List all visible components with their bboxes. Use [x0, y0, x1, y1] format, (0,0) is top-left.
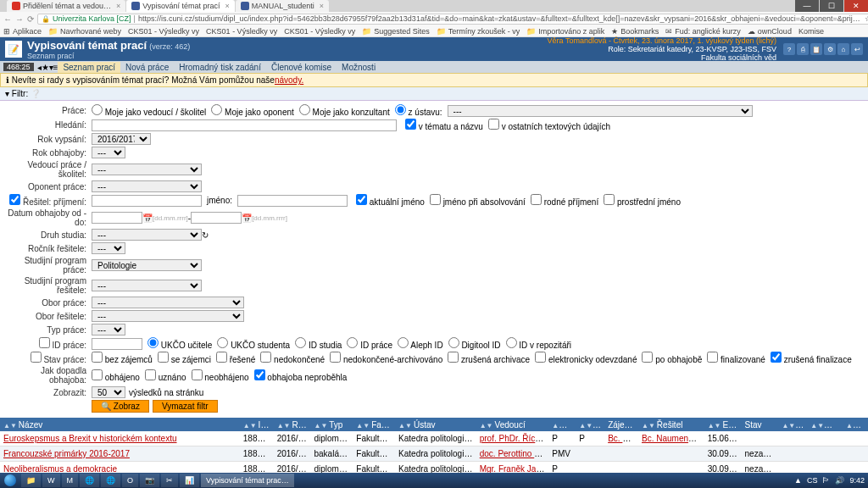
tab-gmail[interactable]: Přidělení témat a vedou…×	[7, 0, 125, 12]
bookmark-item[interactable]: Komise	[798, 27, 824, 36]
header-icons: ?⎙📋⚙⌂↩	[783, 43, 863, 55]
action-icon[interactable]: ⌂	[837, 43, 849, 55]
task-item[interactable]: W	[42, 474, 60, 487]
close-icon[interactable]: ×	[320, 2, 324, 10]
rok-vypsani-select[interactable]: 2016/2017	[92, 133, 151, 145]
task-item[interactable]: ✂	[161, 474, 178, 487]
search-input[interactable]	[92, 119, 397, 131]
tab-vypisovani[interactable]: Vypisování témat prací×	[126, 0, 234, 12]
radio-ustav[interactable]	[395, 104, 406, 115]
action-icon[interactable]: ⎙	[797, 43, 809, 55]
session-timer: 468:25	[3, 63, 34, 71]
tab-seznam[interactable]: Seznam prací	[58, 62, 120, 73]
jmeno-input[interactable]	[237, 195, 348, 207]
bookmark-item[interactable]: ✉ Fud: anglické kurzy	[665, 27, 741, 36]
hint-bar: ℹ Nevíte si rady s vypisováním témat pra…	[0, 73, 868, 87]
rocnik-select[interactable]: ---	[92, 242, 125, 254]
close-icon[interactable]: ×	[225, 2, 230, 10]
calendar-icon[interactable]: 📅	[242, 214, 252, 223]
nav-icon[interactable]: ★	[42, 63, 49, 72]
url-field[interactable]: 🔒 Univerzita Karlova [CZ] | https://is.c…	[37, 14, 868, 25]
table-header: ▲▼Název ▲▼ID práce ▲▼Rok vypsání ▲▼Typ ▲…	[0, 418, 868, 431]
tab-moznosti[interactable]: Možnosti	[337, 62, 381, 73]
bookmark-item[interactable]: 📁 Importováno z aplik	[526, 27, 604, 36]
tray-icon[interactable]: 🔊	[835, 476, 844, 485]
pagesize-select[interactable]: 50	[92, 386, 125, 398]
bookmark-item[interactable]: 📁 Suggested Sites	[362, 27, 430, 36]
prijmeni-input[interactable]	[92, 195, 202, 207]
tab-nova[interactable]: Nová práce	[120, 62, 174, 73]
bookmark-item[interactable]: ★ Bookmarks	[611, 27, 659, 36]
zobraz-button[interactable]: 🔍 Zobraz	[92, 400, 149, 413]
address-bar: ← → ⟳ 🔒 Univerzita Karlova [CZ] | https:…	[0, 12, 868, 25]
oponent-select[interactable]: ---	[92, 180, 202, 192]
vedouci-select[interactable]: ---	[92, 164, 202, 175]
tray-icon[interactable]: ▲	[794, 476, 802, 485]
window-close[interactable]: ✕	[844, 0, 868, 12]
program-res-select[interactable]: ---	[92, 280, 202, 291]
program-prace-select[interactable]: Politologie	[92, 259, 202, 271]
table-row: Euroskepsmus a Brexit v historickém kont…	[0, 431, 868, 446]
help-icon[interactable]: ?	[783, 43, 795, 55]
tab-komise[interactable]: Členové komise	[266, 62, 337, 73]
reload-icon[interactable]: ⟳	[27, 13, 34, 25]
tray-icon[interactable]: 🏳	[822, 476, 830, 485]
table-row: Francouzské primárky 2016-20171881342016…	[0, 446, 868, 462]
obor-res-select[interactable]: ---	[92, 310, 244, 322]
task-item[interactable]: 🌐	[101, 474, 120, 487]
bookmark-item[interactable]: CKS01 - Výsledky vy	[206, 27, 277, 36]
task-item[interactable]: O	[122, 474, 138, 487]
star-icon[interactable]: ☆	[865, 14, 868, 23]
nazev-link[interactable]: Francouzské primárky 2016-2017	[3, 449, 130, 458]
bookmark-item[interactable]: 📁 Termíny zkoušek - vy	[437, 27, 520, 36]
radio-vedouci[interactable]	[92, 104, 103, 115]
vedouci-link[interactable]: prof. PhDr. Říchová Blanka, CSc.	[480, 434, 549, 443]
app-header: 📝 Vypisování témat prací (verze: 462) Se…	[0, 37, 868, 61]
ustav-select[interactable]: ---	[448, 105, 753, 117]
action-icon[interactable]: ↩	[851, 43, 863, 55]
start-button[interactable]	[0, 473, 20, 488]
filter-form: Práce: Moje jako vedoucí / školitel Moje…	[0, 101, 868, 418]
task-item[interactable]: 📷	[140, 474, 159, 487]
action-icon[interactable]: ⚙	[824, 43, 836, 55]
task-item[interactable]: 📊	[180, 474, 199, 487]
bookmark-item[interactable]: CKS01 - Výsledky vy	[284, 27, 355, 36]
window-minimize[interactable]: ―	[795, 0, 819, 12]
task-item-active[interactable]: Vypisování témat prac…	[201, 474, 294, 487]
windows-taskbar: 📁 W M 🌐 🌐 O 📷 ✂ 📊 Vypisování témat prac……	[0, 473, 868, 488]
druh-select[interactable]: ---	[92, 229, 202, 241]
refresh-icon[interactable]: ↻	[202, 230, 209, 240]
forward-icon[interactable]: →	[15, 13, 24, 25]
nazev-link[interactable]: Euroskepsmus a Brexit v historickém kont…	[3, 434, 177, 443]
vymazat-button[interactable]: Vymazat filtr	[153, 400, 218, 413]
apps-icon[interactable]: ⊞ Aplikace	[3, 27, 42, 36]
rok-obhajoby-select[interactable]: ---	[92, 147, 125, 158]
date-from[interactable]	[92, 212, 142, 224]
tab-tisk[interactable]: Hromadný tisk zadání	[174, 62, 266, 73]
task-item[interactable]: 📁	[21, 474, 41, 487]
window-maximize[interactable]: ☐	[820, 0, 843, 12]
task-item[interactable]: M	[62, 474, 79, 487]
clock[interactable]: 9:42	[849, 476, 865, 485]
action-icon[interactable]: 📋	[810, 43, 822, 55]
bookmark-item[interactable]: CKS01 - Výsledky vy	[128, 27, 199, 36]
radio-konzultant[interactable]	[299, 104, 310, 115]
filter-header[interactable]: ▾ Filtr: ❔	[0, 87, 868, 101]
radio-oponent[interactable]	[211, 104, 222, 115]
id-input[interactable]	[92, 338, 142, 350]
close-icon[interactable]: ×	[116, 2, 120, 10]
navody-link[interactable]: návody.	[275, 75, 303, 85]
obor-prace-select[interactable]: ---	[92, 297, 244, 308]
date-to[interactable]	[191, 212, 242, 224]
vedouci-link[interactable]: doc. Perottino Michel, Ph.D.	[480, 449, 549, 458]
calendar-icon[interactable]: 📅	[142, 214, 153, 223]
typ-select[interactable]: ---	[92, 324, 125, 336]
tab-manual[interactable]: MANUAL_studenti×	[236, 0, 329, 12]
bookmark-item[interactable]: 📁 Navrhované weby	[48, 27, 121, 36]
task-item[interactable]: 🌐	[80, 474, 99, 487]
lock-icon: 🔒	[42, 15, 50, 23]
help-icon[interactable]: ❔	[31, 89, 41, 98]
page-title: Vypisování témat prací	[27, 39, 147, 52]
bookmark-item[interactable]: ☁ ownCloud	[748, 27, 792, 36]
back-icon[interactable]: ←	[3, 13, 12, 25]
